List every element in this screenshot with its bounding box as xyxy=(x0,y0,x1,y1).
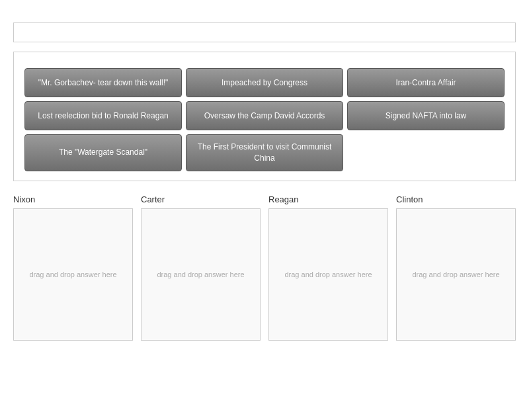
drag-item-item5[interactable]: Oversaw the Camp David Accords xyxy=(186,101,343,130)
drag-item-item1[interactable]: "Mr. Gorbachev- tear down this wall!" xyxy=(24,68,182,97)
drop-zone-carter[interactable]: drag and drop answer here xyxy=(141,208,261,341)
drop-zone-wrapper-carter: Carterdrag and drop answer here xyxy=(141,194,261,341)
drop-zone-nixon[interactable]: drag and drop answer here xyxy=(13,208,133,341)
drag-item-item8[interactable]: The First President to visit Communist C… xyxy=(186,134,343,171)
drag-item-item7[interactable]: The "Watergate Scandal" xyxy=(24,134,182,171)
item-bank-container: "Mr. Gorbachev- tear down this wall!"Imp… xyxy=(13,52,516,181)
drop-zone-hint-carter: drag and drop answer here xyxy=(157,271,244,278)
drag-item-item4[interactable]: Lost reelection bid to Ronald Reagan xyxy=(24,101,182,130)
drop-zone-label-clinton: Clinton xyxy=(396,194,516,204)
drop-zone-hint-reagan: drag and drop answer here xyxy=(284,271,372,278)
drop-zone-label-reagan: Reagan xyxy=(268,194,388,204)
drop-zone-hint-nixon: drag and drop answer here xyxy=(29,271,116,278)
drop-zone-clinton[interactable]: drag and drop answer here xyxy=(396,208,516,341)
drop-zone-hint-clinton: drag and drop answer here xyxy=(412,271,499,278)
drag-item-item2[interactable]: Impeached by Congress xyxy=(186,68,343,97)
drag-item-item3[interactable]: Iran-Contra Affair xyxy=(347,68,505,97)
drop-zone-wrapper-clinton: Clintondrag and drop answer here xyxy=(396,194,516,341)
drop-zones: Nixondrag and drop answer hereCarterdrag… xyxy=(13,194,516,341)
drop-zone-wrapper-reagan: Reagandrag and drop answer here xyxy=(268,194,388,341)
prompt-box xyxy=(13,22,516,42)
drop-zone-reagan[interactable]: drag and drop answer here xyxy=(268,208,388,341)
drop-zone-label-nixon: Nixon xyxy=(13,194,133,204)
drop-zone-label-carter: Carter xyxy=(141,194,261,204)
items-grid: "Mr. Gorbachev- tear down this wall!"Imp… xyxy=(24,68,505,171)
drop-zone-wrapper-nixon: Nixondrag and drop answer here xyxy=(13,194,133,341)
drag-item-item6[interactable]: Signed NAFTA into law xyxy=(347,101,505,130)
